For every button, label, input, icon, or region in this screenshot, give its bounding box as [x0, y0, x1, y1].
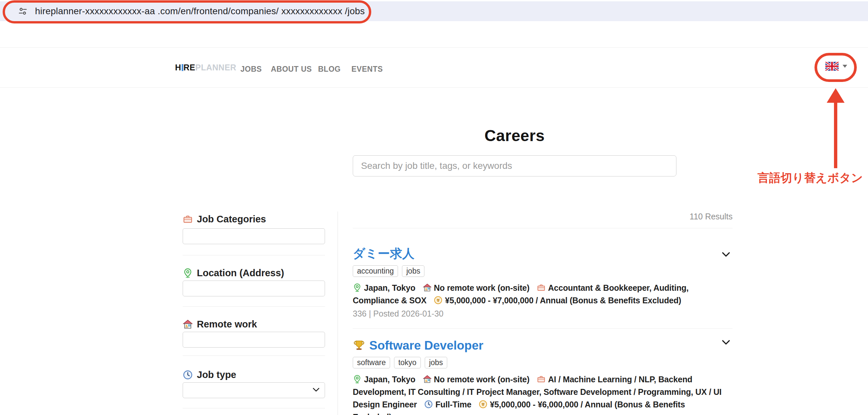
house-icon [423, 283, 432, 292]
filter-label-text: Location (Address) [197, 268, 284, 278]
language-switcher-button[interactable] [826, 62, 847, 71]
location-pin-icon [353, 283, 362, 292]
job-results-list: 110 Results ダミー求人 accountingjobs Japan, … [353, 210, 733, 415]
annotation-arrow-head [827, 88, 844, 103]
page-title: Careers [353, 126, 676, 145]
divider [183, 408, 325, 408]
location-input[interactable] [183, 280, 325, 296]
logo-bar [182, 64, 183, 71]
job-salary: ¥5,000,000 - ¥7,000,000 / Annual (Bonus … [445, 296, 681, 305]
uk-flag-icon [826, 62, 839, 71]
job-type: Full-Time [435, 400, 471, 409]
job-card: Software Developer softwaretokyojobs Jap… [353, 329, 733, 415]
job-categories-input[interactable] [183, 228, 325, 244]
results-count: 110 Results [353, 211, 733, 221]
site-header [0, 47, 868, 88]
job-meta: Japan, TokyoNo remote work (on-site)AI /… [353, 373, 733, 415]
annotation-label: 言語切り替えボタン [756, 170, 865, 186]
search-input[interactable] [353, 155, 676, 176]
job-card: ダミー求人 accountingjobs Japan, TokyoNo remo… [353, 228, 733, 320]
divider [183, 255, 325, 256]
chevron-down-icon[interactable] [721, 339, 731, 345]
nav-link-events[interactable]: EVENTS [351, 65, 383, 74]
job-remote: No remote work (on-site) [434, 283, 530, 292]
job-tag[interactable]: accounting [353, 265, 398, 277]
job-footer: 336 | Posted 2026-01-30 [353, 307, 733, 320]
clock-icon [424, 400, 433, 409]
job-tag[interactable]: jobs [425, 357, 447, 368]
job-title-link[interactable]: Software Developer [369, 339, 483, 353]
yen-coin-icon [434, 296, 442, 305]
job-tag[interactable]: software [353, 357, 390, 368]
nav-link-about-us[interactable]: ABOUT US [271, 65, 312, 74]
trophy-icon [353, 339, 365, 352]
nav-link-blog[interactable]: BLOG [318, 65, 341, 74]
briefcase-icon [183, 214, 193, 224]
divider [183, 356, 325, 356]
filter-label-job-type: Job type [183, 369, 325, 380]
filters-sidebar: Job Categories Location (Address) Remote… [183, 210, 325, 408]
filter-label-text: Remote work [197, 319, 257, 330]
remote-work-input[interactable] [183, 332, 325, 348]
caret-down-icon [843, 65, 847, 68]
annotation-arrow-shaft [834, 102, 837, 168]
job-remote: No remote work (on-site) [434, 375, 530, 384]
job-tag[interactable]: jobs [402, 265, 425, 277]
job-meta: Japan, TokyoNo remote work (on-site)Acco… [353, 281, 733, 307]
divider [338, 211, 338, 415]
chevron-down-icon[interactable] [721, 251, 731, 257]
logo-h: H [175, 63, 181, 72]
clock-icon [183, 370, 193, 380]
divider [183, 306, 325, 307]
filter-label-text: Job Categories [197, 214, 266, 225]
nav-link-jobs[interactable]: JOBS [241, 65, 262, 74]
filter-label-text: Job type [197, 369, 236, 380]
job-tag[interactable]: tokyo [394, 357, 421, 368]
site-logo[interactable]: HREPLANNER [175, 63, 237, 72]
location-pin-icon [353, 375, 362, 384]
site-settings-icon[interactable] [18, 6, 28, 16]
filter-label-job-categories: Job Categories [183, 213, 325, 225]
house-icon [183, 319, 193, 329]
location-pin-icon [183, 268, 193, 278]
job-title-link[interactable]: ダミー求人 [353, 247, 414, 261]
briefcase-icon [537, 283, 546, 292]
filter-label-location: Location (Address) [183, 267, 325, 278]
logo-planner: PLANNER [195, 63, 236, 72]
briefcase-icon [537, 375, 546, 384]
filter-label-remote-work: Remote work [183, 319, 325, 330]
url-text[interactable]: hireplanner-xxxxxxxxxxxx-aa .com/en/fron… [35, 6, 365, 17]
house-icon [423, 375, 432, 384]
browser-address-bar[interactable]: hireplanner-xxxxxxxxxxxx-aa .com/en/fron… [0, 1, 868, 21]
logo-re: RE [184, 63, 195, 72]
yen-coin-icon [478, 400, 488, 409]
job-location: Japan, Tokyo [364, 283, 415, 292]
job-location: Japan, Tokyo [364, 375, 415, 384]
job-type-select[interactable] [183, 382, 325, 398]
